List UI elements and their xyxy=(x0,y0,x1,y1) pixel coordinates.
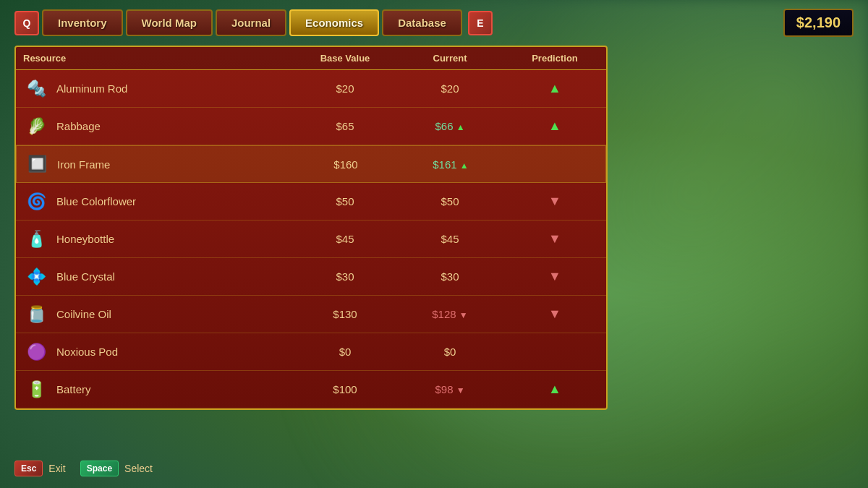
table-row[interactable]: 🔩 Aluminum Rod $20 $20 ▲ xyxy=(16,70,606,108)
table-row[interactable]: 🔲 Iron Frame $160 $161 ▲ xyxy=(16,145,606,183)
tab-worldmap[interactable]: World Map xyxy=(126,9,213,36)
tab-database[interactable]: Database xyxy=(382,9,462,36)
item-name-honeybottle: Honeybottle xyxy=(56,233,114,245)
item-name-aluminum-rod: Aluminum Rod xyxy=(56,82,127,95)
header-current: Current xyxy=(392,53,508,64)
table-body: 🔩 Aluminum Rod $20 $20 ▲ 🥬 Rabbage $65 $… xyxy=(16,70,606,408)
prediction-aluminum-rod: ▲ xyxy=(508,81,602,96)
resource-cell: 🌀 Blue Colorflower xyxy=(23,189,298,215)
item-name-blue-colorflower: Blue Colorflower xyxy=(56,195,136,207)
resource-cell: 🔋 Battery xyxy=(23,377,298,403)
esc-key-badge: Esc xyxy=(14,461,43,476)
tab-journal[interactable]: Journal xyxy=(216,9,286,36)
balance-display: $2,190 xyxy=(783,9,854,37)
resource-cell: 🥬 Rabbage xyxy=(23,114,298,140)
prediction-coilvine-oil: ▼ xyxy=(508,307,602,322)
header-resource: Resource xyxy=(23,53,298,64)
current-value-blue-crystal: $30 xyxy=(392,270,508,283)
current-value-honeybottle: $45 xyxy=(392,233,508,245)
resource-cell: 🟣 Noxious Pod xyxy=(23,339,298,365)
table-row[interactable]: 🌀 Blue Colorflower $50 $50 ▼ xyxy=(16,183,606,221)
table-header: Resource Base Value Current Prediction xyxy=(16,47,606,70)
table-row[interactable]: 🧴 Honeybottle $45 $45 ▼ xyxy=(16,221,606,258)
table-row[interactable]: 🔋 Battery $100 $98 ▼ ▲ xyxy=(16,371,606,408)
item-icon-blue-colorflower: 🌀 xyxy=(23,189,49,215)
item-icon-aluminum-rod: 🔩 xyxy=(23,76,49,102)
base-value-battery: $100 xyxy=(298,383,392,395)
prediction-rabbage: ▲ xyxy=(508,119,602,134)
resource-cell: 🧴 Honeybottle xyxy=(23,226,298,252)
item-name-noxious-pod: Noxious Pod xyxy=(56,346,118,358)
table-row[interactable]: 🫙 Coilvine Oil $130 $128 ▼ ▼ xyxy=(16,296,606,333)
base-value-honeybottle: $45 xyxy=(298,233,392,245)
resource-cell: 🫙 Coilvine Oil xyxy=(23,301,298,328)
item-icon-battery: 🔋 xyxy=(23,377,49,403)
e-key[interactable]: E xyxy=(468,11,493,35)
base-value-blue-colorflower: $50 xyxy=(298,195,392,207)
space-key-badge: Space xyxy=(80,461,119,476)
nav-bar: Q Inventory World Map Journal Economics … xyxy=(14,9,854,37)
q-key[interactable]: Q xyxy=(14,11,39,35)
item-name-coilvine-oil: Coilvine Oil xyxy=(56,308,111,320)
item-name-blue-crystal: Blue Crystal xyxy=(56,270,115,283)
item-name-rabbage: Rabbage xyxy=(56,120,101,132)
prediction-blue-colorflower: ▼ xyxy=(508,194,602,209)
base-value-coilvine-oil: $130 xyxy=(298,308,392,320)
current-value-noxious-pod: $0 xyxy=(392,346,508,358)
base-value-blue-crystal: $30 xyxy=(298,270,392,283)
tab-economics[interactable]: Economics xyxy=(289,9,379,36)
item-icon-iron-frame: 🔲 xyxy=(24,151,50,177)
resource-cell: 💠 Blue Crystal xyxy=(23,264,298,290)
item-icon-coilvine-oil: 🫙 xyxy=(23,301,49,328)
item-name-battery: Battery xyxy=(56,383,91,395)
item-icon-blue-crystal: 💠 xyxy=(23,264,49,290)
current-value-iron-frame: $161 ▲ xyxy=(393,158,509,171)
base-value-rabbage: $65 xyxy=(298,120,392,132)
current-value-battery: $98 ▼ xyxy=(392,383,508,395)
table-row[interactable]: 💠 Blue Crystal $30 $30 ▼ xyxy=(16,258,606,296)
item-icon-rabbage: 🥬 xyxy=(23,114,49,140)
resource-cell: 🔩 Aluminum Rod xyxy=(23,76,298,102)
item-name-iron-frame: Iron Frame xyxy=(57,158,110,171)
current-value-coilvine-oil: $128 ▼ xyxy=(392,308,508,320)
base-value-aluminum-rod: $20 xyxy=(298,82,392,95)
prediction-honeybottle: ▼ xyxy=(508,231,602,247)
current-value-rabbage: $66 ▲ xyxy=(392,120,508,132)
base-value-iron-frame: $160 xyxy=(299,158,393,171)
current-value-aluminum-rod: $20 xyxy=(392,82,508,95)
table-row[interactable]: 🟣 Noxious Pod $0 $0 xyxy=(16,333,606,371)
resource-cell: 🔲 Iron Frame xyxy=(24,151,299,177)
header-base-value: Base Value xyxy=(298,53,392,64)
exit-label: Exit xyxy=(48,463,65,474)
header-prediction: Prediction xyxy=(508,53,602,64)
select-label: Select xyxy=(124,463,153,474)
prediction-battery: ▲ xyxy=(508,382,602,397)
prediction-blue-crystal: ▼ xyxy=(508,269,602,284)
economics-table: Resource Base Value Current Prediction 🔩… xyxy=(14,46,608,410)
footer-controls: Esc Exit Space Select xyxy=(14,461,161,476)
base-value-noxious-pod: $0 xyxy=(298,346,392,358)
tab-inventory[interactable]: Inventory xyxy=(42,9,123,36)
item-icon-honeybottle: 🧴 xyxy=(23,226,49,252)
item-icon-noxious-pod: 🟣 xyxy=(23,339,49,365)
table-row[interactable]: 🥬 Rabbage $65 $66 ▲ ▲ xyxy=(16,108,606,145)
current-value-blue-colorflower: $50 xyxy=(392,195,508,207)
